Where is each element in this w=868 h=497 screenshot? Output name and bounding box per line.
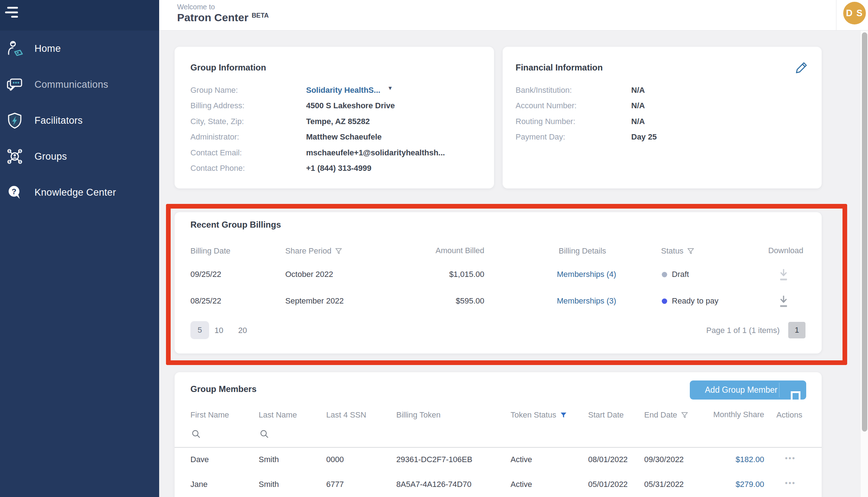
member-end-date: 05/31/2022 bbox=[644, 480, 684, 490]
svg-text:$: $ bbox=[19, 160, 21, 164]
field-label: Account Number: bbox=[516, 101, 631, 111]
member-glyph-icon bbox=[791, 391, 800, 405]
share-period-cell: October 2022 bbox=[285, 270, 333, 280]
filter-funnel-icon-active[interactable] bbox=[560, 411, 567, 419]
sidebar-item-knowledge-center[interactable]: ? Knowledge Center bbox=[0, 174, 159, 210]
field-account-number: Account Number: N/A bbox=[516, 101, 645, 111]
column-header-actions: Actions bbox=[776, 410, 802, 420]
field-label: Contact Email: bbox=[190, 148, 306, 158]
member-billing-token: 29361-DC2F7-106EB bbox=[396, 455, 472, 465]
column-header-monthly-share: Monthly Share bbox=[706, 410, 764, 420]
field-value: Matthew Schaeufele bbox=[306, 132, 382, 142]
page-status-text: Page 1 of 1 (1 items) bbox=[606, 326, 780, 335]
sidebar-item-groups[interactable]: $ $ $ $ Groups bbox=[0, 138, 159, 174]
column-header-start-date: Start Date bbox=[588, 410, 624, 420]
field-value: N/A bbox=[631, 101, 645, 111]
chevron-down-icon[interactable]: ▼ bbox=[388, 85, 393, 95]
groups-icon: $ $ $ $ bbox=[6, 147, 24, 165]
group-information-title: Group Information bbox=[190, 63, 266, 73]
column-header-download: Download bbox=[735, 246, 803, 256]
member-monthly-share[interactable]: $279.00 bbox=[706, 480, 764, 490]
add-group-member-label: Add Group Member bbox=[705, 385, 777, 395]
column-header-share-period: Share Period bbox=[285, 246, 342, 256]
field-label: City, State, Zip: bbox=[190, 117, 306, 127]
field-value: mschaeufele+1@solidarityhealthsh... bbox=[306, 148, 445, 158]
memberships-link[interactable]: Memberships (3) bbox=[557, 296, 616, 306]
column-header-billing-details: Billing Details bbox=[559, 246, 606, 256]
last-name-search-icon[interactable] bbox=[259, 429, 269, 439]
amount-billed-cell: $1,015.00 bbox=[380, 270, 484, 280]
column-header-end-date: End Date bbox=[644, 410, 688, 420]
field-administrator: Administrator: Matthew Schaeufele bbox=[190, 132, 382, 142]
filter-funnel-icon[interactable] bbox=[687, 247, 694, 255]
user-avatar[interactable]: D S bbox=[843, 2, 866, 24]
sidebar-item-label: Home bbox=[34, 43, 61, 54]
sidebar-item-facilitators[interactable]: Facilitators bbox=[0, 102, 159, 138]
member-end-date: 09/30/2022 bbox=[644, 455, 684, 465]
status-label: Draft bbox=[672, 270, 689, 280]
field-label: Bank/Institution: bbox=[516, 86, 631, 96]
button-divider bbox=[779, 383, 780, 397]
filter-funnel-icon[interactable] bbox=[681, 411, 688, 419]
member-first-name: Dave bbox=[190, 455, 209, 465]
member-start-date: 05/01/2022 bbox=[588, 480, 628, 490]
vertical-scrollbar-thumb[interactable] bbox=[862, 32, 867, 432]
financial-information-title: Financial Information bbox=[516, 63, 603, 73]
field-contact-phone: Contact Phone: +1 (844) 313-4999 bbox=[190, 164, 371, 174]
field-payment-day: Payment Day: Day 25 bbox=[516, 132, 657, 142]
beta-badge: BETA bbox=[251, 12, 269, 19]
field-label: Routing Number: bbox=[516, 117, 631, 127]
communications-icon bbox=[6, 76, 24, 94]
edit-pencil-icon[interactable] bbox=[794, 61, 808, 75]
column-header-billing-date: Billing Date bbox=[190, 246, 230, 256]
field-label: Billing Address: bbox=[190, 101, 306, 111]
field-routing-number: Routing Number: N/A bbox=[516, 117, 645, 127]
column-header-status: Status bbox=[661, 246, 694, 256]
field-value: N/A bbox=[631, 117, 645, 127]
column-header-amount-billed: Amount Billed bbox=[380, 246, 484, 256]
sidebar-item-communications[interactable]: Communications bbox=[0, 67, 159, 102]
sidebar-nav: Home Communications bbox=[0, 31, 159, 210]
page-size-option-20[interactable]: 20 bbox=[238, 326, 247, 335]
filter-funnel-icon[interactable] bbox=[335, 247, 342, 255]
sidebar-item-home[interactable]: Home bbox=[0, 31, 159, 67]
menu-toggle-icon[interactable] bbox=[5, 7, 18, 18]
first-name-search-icon[interactable] bbox=[191, 429, 201, 439]
recent-group-billings-title: Recent Group Billings bbox=[190, 220, 281, 230]
column-header-first-name: First Name bbox=[190, 410, 229, 420]
vertical-scrollbar-track[interactable] bbox=[860, 31, 868, 497]
sidebar-item-label: Groups bbox=[34, 151, 67, 162]
member-monthly-share[interactable]: $182.00 bbox=[706, 455, 764, 465]
billing-date-cell: 09/25/22 bbox=[190, 270, 221, 280]
knowledge-question-icon: ? bbox=[6, 183, 24, 201]
group-members-title: Group Members bbox=[190, 384, 257, 394]
recent-group-billings-card: Recent Group Billings Billing Date Share… bbox=[175, 212, 822, 354]
member-first-name: Jane bbox=[190, 480, 208, 490]
row-actions-menu[interactable]: ••• bbox=[780, 454, 801, 464]
field-value: N/A bbox=[631, 86, 645, 96]
field-label: Contact Phone: bbox=[190, 164, 306, 174]
page-root: Home Communications bbox=[0, 0, 868, 497]
svg-text:?: ? bbox=[11, 187, 16, 196]
welcome-text: Welcome to bbox=[177, 3, 215, 11]
sidebar-item-label: Facilitators bbox=[34, 115, 83, 126]
group-members-card: Group Members Add Group Member First Nam… bbox=[175, 372, 822, 497]
page-title: Patron Center bbox=[177, 12, 248, 23]
row-actions-menu[interactable]: ••• bbox=[780, 479, 801, 489]
download-icon[interactable] bbox=[778, 295, 789, 307]
page-size-option-5-selected[interactable]: 5 bbox=[190, 321, 209, 339]
page-size-option-10[interactable]: 10 bbox=[214, 326, 223, 335]
field-value: Tempe, AZ 85282 bbox=[306, 117, 370, 127]
group-name-dropdown[interactable]: Solidarity HealthS... bbox=[306, 86, 380, 96]
svg-text:$: $ bbox=[8, 160, 10, 164]
app-title-row: Patron CenterBETA bbox=[177, 12, 269, 24]
member-billing-token: 8A5A7-4A126-74D70 bbox=[396, 480, 471, 490]
field-label: Group Name: bbox=[190, 86, 306, 96]
memberships-link[interactable]: Memberships (4) bbox=[557, 270, 616, 280]
sidebar-header bbox=[0, 0, 159, 31]
download-icon-disabled[interactable] bbox=[778, 268, 789, 281]
add-group-member-button[interactable]: Add Group Member bbox=[690, 380, 806, 400]
page-number-button[interactable]: 1 bbox=[788, 322, 805, 338]
column-header-token-status: Token Status bbox=[511, 410, 567, 420]
member-start-date: 08/01/2022 bbox=[588, 455, 628, 465]
